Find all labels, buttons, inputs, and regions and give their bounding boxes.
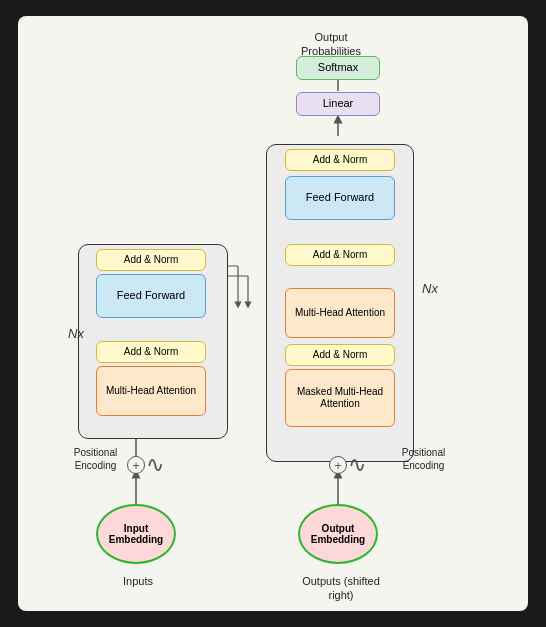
dec-masked-mha-box: Masked Multi-Head Attention — [285, 369, 395, 427]
softmax-box: Softmax — [296, 56, 380, 80]
encoder-nx-label: Nx — [68, 326, 84, 341]
outputs-label: Outputs (shifted right) — [296, 574, 386, 603]
decoder-nx-label: Nx — [422, 281, 438, 296]
inputs-label: Inputs — [108, 574, 168, 588]
enc-mha-box: Multi-Head Attention — [96, 366, 206, 416]
dec-plus-circle: + — [329, 456, 347, 474]
enc-feed-forward-box: Feed Forward — [96, 274, 206, 318]
enc-add-norm-1-box: Add & Norm — [96, 341, 206, 363]
dec-mha-box: Multi-Head Attention — [285, 288, 395, 338]
dec-add-norm-1-box: Add & Norm — [285, 344, 395, 366]
input-embedding-circle: Input Embedding — [96, 504, 176, 564]
diagram-inner: Output Probabilities Softmax Linear Nx A… — [18, 16, 528, 611]
dec-positional-encoding-label: Positional Encoding — [386, 446, 461, 472]
output-embedding-circle: Output Embedding — [298, 504, 378, 564]
dec-wavy-symbol: ∿ — [348, 452, 366, 478]
enc-positional-encoding-label: Positional Encoding — [58, 446, 133, 472]
enc-add-norm-2-box: Add & Norm — [96, 249, 206, 271]
enc-plus-circle: + — [127, 456, 145, 474]
dec-feed-forward-box: Feed Forward — [285, 176, 395, 220]
dec-add-norm-3-box: Add & Norm — [285, 149, 395, 171]
linear-box: Linear — [296, 92, 380, 116]
enc-wavy-symbol: ∿ — [146, 452, 164, 478]
diagram-container: Output Probabilities Softmax Linear Nx A… — [18, 16, 528, 611]
output-prob-label: Output Probabilities — [286, 30, 376, 59]
dec-add-norm-2-box: Add & Norm — [285, 244, 395, 266]
